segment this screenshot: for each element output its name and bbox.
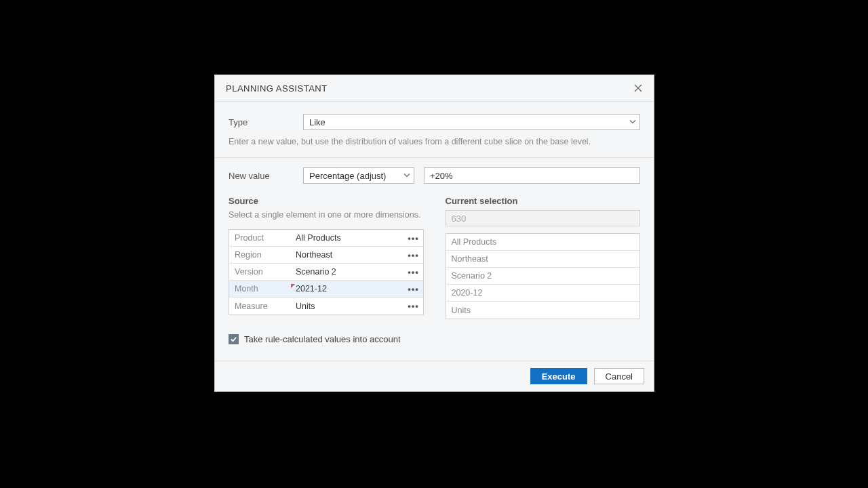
source-row-version[interactable]: VersionScenario 2••• [229,264,423,281]
dimension-value: Units [292,302,404,311]
source-row-product[interactable]: ProductAll Products••• [229,230,423,247]
ellipsis-icon: ••• [408,250,419,260]
planning-assistant-dialog: PLANNING ASSISTANT Type Like Enter a new… [214,75,654,392]
change-marker-icon [291,284,295,288]
close-icon [634,84,642,92]
dimension-label: Version [229,267,292,277]
new-value-row: New value Percentage (adjust) [229,167,640,184]
ellipsis-icon: ••• [408,233,419,243]
rule-checkbox[interactable] [229,334,239,344]
source-column: Source Select a single element in one or… [229,196,424,319]
source-row-region[interactable]: RegionNortheast••• [229,247,423,264]
checkbox-row: Take rule-calculated values into account [229,334,640,344]
dimension-value: Northeast [292,250,404,260]
dialog-header: PLANNING ASSISTANT [215,75,654,102]
selection-row: 2020-12 [446,285,640,302]
dimension-label: Month [229,284,292,293]
selection-row: Scenario 2 [446,268,640,285]
dimension-label: Product [229,233,292,243]
selection-row: Northeast [446,251,640,268]
selection-title: Current selection [446,196,641,206]
dimension-value: 2021-12 [292,284,404,293]
dimension-label: Measure [229,302,292,311]
selection-table: All ProductsNortheastScenario 22020-12Un… [446,233,641,319]
more-button[interactable]: ••• [404,284,423,294]
type-select-value: Like [309,117,326,127]
source-table: ProductAll Products•••RegionNortheast•••… [229,229,424,315]
dimension-value: All Products [292,233,404,243]
more-button[interactable]: ••• [404,267,423,277]
type-hint: Enter a new value, but use the distribut… [229,137,640,146]
more-button[interactable]: ••• [404,250,423,260]
more-button[interactable]: ••• [404,301,423,311]
type-label: Type [229,117,303,127]
type-select-wrap: Like [303,114,640,130]
selection-row: Units [446,302,640,319]
cancel-button[interactable]: Cancel [594,368,644,384]
new-value-input[interactable] [424,167,640,184]
ellipsis-icon: ••• [408,301,419,311]
new-value-mode-wrap: Percentage (adjust) [303,167,414,184]
more-button[interactable]: ••• [404,233,423,243]
close-button[interactable] [632,82,644,94]
source-hint: Select a single element in one or more d… [229,210,424,222]
dimension-value: Scenario 2 [292,267,404,277]
new-value-mode-select[interactable]: Percentage (adjust) [303,167,414,184]
columns: Source Select a single element in one or… [229,196,640,319]
selection-row: All Products [446,234,640,251]
cancel-label: Cancel [606,371,633,382]
source-row-measure[interactable]: MeasureUnits••• [229,298,423,314]
selection-column: Current selection 630 All ProductsNorthe… [446,196,641,319]
type-select[interactable]: Like [303,114,640,130]
execute-button[interactable]: Execute [530,368,587,384]
dialog-footer: Execute Cancel [215,361,654,391]
dimension-label: Region [229,250,292,260]
source-title: Source [229,196,424,206]
check-icon [230,336,237,343]
selection-preview: 630 [446,210,641,226]
new-value-mode-value: Percentage (adjust) [309,171,386,181]
rule-checkbox-label[interactable]: Take rule-calculated values into account [244,334,401,344]
ellipsis-icon: ••• [408,267,419,277]
divider [215,157,654,158]
source-row-month[interactable]: Month2021-12••• [229,281,423,298]
ellipsis-icon: ••• [408,284,419,294]
dialog-title: PLANNING ASSISTANT [226,83,328,94]
execute-label: Execute [542,371,576,382]
dialog-body: Type Like Enter a new value, but use the… [215,102,654,361]
type-row: Type Like [229,114,640,130]
new-value-label: New value [229,171,303,181]
